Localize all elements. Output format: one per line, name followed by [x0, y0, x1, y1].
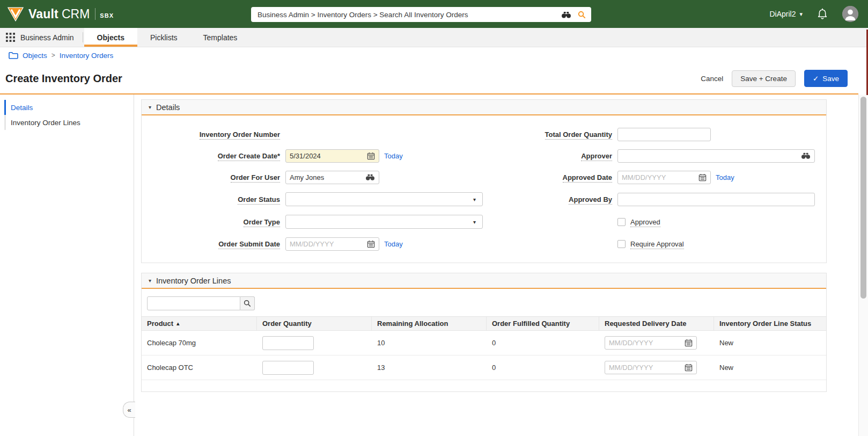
- cell-line-status: New: [714, 339, 826, 347]
- section-collapse-icon: ▾: [149, 278, 151, 284]
- order-status-label: Order Status: [147, 195, 280, 204]
- user-menu[interactable]: DiApril2 ▾: [769, 10, 803, 18]
- table-header-row: Product▴ Order Quantity Remaining Alloca…: [142, 316, 826, 331]
- cell-order-fulfilled-quantity: 0: [487, 364, 599, 372]
- calendar-icon[interactable]: [685, 364, 693, 372]
- lines-section-header[interactable]: ▾ Inventory Order Lines: [142, 273, 826, 289]
- requested-delivery-date-input[interactable]: [609, 364, 681, 372]
- order-submit-date-input[interactable]: [290, 240, 364, 248]
- column-remaining-allocation[interactable]: Remaining Allocation: [372, 317, 487, 330]
- cell-order-fulfilled-quantity: 0: [487, 339, 599, 347]
- section-collapse-icon: ▾: [149, 104, 151, 110]
- vertical-scrollbar[interactable]: [858, 95, 868, 436]
- advanced-search-binoculars-icon[interactable]: [561, 11, 571, 18]
- chevron-down-icon: ▾: [473, 219, 476, 225]
- sort-asc-icon: ▴: [176, 321, 179, 326]
- sidebar-item-details[interactable]: Details: [4, 100, 134, 115]
- requested-delivery-date-input[interactable]: [609, 339, 681, 347]
- global-search-text: Business Admin > Inventory Orders > Sear…: [258, 11, 561, 19]
- folder-icon: [9, 52, 18, 59]
- table-row: Cholecap 70mg 10 0: [142, 331, 826, 355]
- scrollbar-thumb[interactable]: [860, 97, 866, 299]
- total-order-quantity-input[interactable]: [622, 130, 707, 139]
- brand-divider: [95, 8, 95, 20]
- vault-crm-logo[interactable]: Vault CRM SBX: [8, 7, 114, 21]
- page-title: Create Inventory Order: [5, 72, 122, 85]
- approved-by-field: [617, 193, 815, 206]
- notifications-bell-icon[interactable]: [816, 8, 828, 20]
- order-type-select[interactable]: ▾: [285, 215, 483, 229]
- cancel-button[interactable]: Cancel: [701, 75, 723, 83]
- save-create-button[interactable]: Save + Create: [732, 70, 796, 87]
- tab-templates[interactable]: Templates: [190, 28, 251, 47]
- approved-checkbox-label: Approved: [630, 218, 660, 226]
- details-panel: ▾ Details Inventory Order Number Total O…: [141, 99, 827, 263]
- column-requested-delivery-date[interactable]: Requested Delivery Date: [599, 317, 714, 330]
- vault-v-icon: [8, 7, 24, 21]
- requested-delivery-date-field: [605, 336, 697, 350]
- order-submit-date-label: Order Submit Date: [147, 240, 280, 248]
- approved-date-today-link[interactable]: Today: [716, 173, 734, 181]
- order-for-user-input[interactable]: [290, 173, 362, 181]
- calendar-icon[interactable]: [367, 152, 375, 160]
- order-type-label: Order Type: [147, 218, 280, 226]
- avatar[interactable]: [842, 6, 858, 22]
- column-line-status[interactable]: Inventory Order Line Status: [714, 317, 826, 330]
- order-create-date-input[interactable]: [290, 152, 364, 160]
- table-row: Cholecap OTC 13 0: [142, 355, 826, 380]
- require-approval-checkbox[interactable]: [617, 240, 626, 248]
- search-icon: [244, 300, 251, 307]
- calendar-icon[interactable]: [698, 173, 707, 181]
- title-bar: Create Inventory Order Cancel Save + Cre…: [0, 63, 858, 93]
- breadcrumb-objects[interactable]: Objects: [23, 52, 47, 60]
- details-section-header[interactable]: ▾ Details: [142, 100, 826, 115]
- binoculars-icon[interactable]: [365, 174, 375, 180]
- order-status-select[interactable]: ▾: [285, 192, 483, 206]
- cell-remaining-allocation: 10: [372, 339, 487, 347]
- order-submit-date-field: [285, 237, 379, 251]
- save-button[interactable]: ✓ Save: [804, 70, 848, 87]
- brand-crm: CRM: [62, 7, 90, 21]
- lines-search-button[interactable]: [240, 296, 255, 310]
- column-order-fulfilled-quantity[interactable]: Order Fulfilled Quantity: [487, 317, 599, 330]
- approved-date-input[interactable]: [622, 173, 695, 181]
- column-product[interactable]: Product▴: [142, 317, 257, 330]
- cell-product: Cholecap 70mg: [142, 339, 257, 347]
- approved-by-input[interactable]: [622, 195, 811, 204]
- order-create-date-today-link[interactable]: Today: [384, 152, 403, 160]
- global-search-input[interactable]: Business Admin > Inventory Orders > Sear…: [251, 7, 591, 22]
- approver-field: [617, 149, 815, 163]
- save-button-label: Save: [822, 75, 839, 83]
- column-order-quantity[interactable]: Order Quantity: [257, 317, 372, 330]
- approved-date-label: Approved Date: [487, 173, 612, 181]
- main-content: ▾ Details Inventory Order Number Total O…: [135, 95, 858, 436]
- order-quantity-input[interactable]: [262, 361, 314, 375]
- tab-picklists[interactable]: Picklists: [137, 28, 190, 47]
- top-header: Vault CRM SBX Business Admin > Inventory…: [0, 0, 868, 28]
- order-submit-date-today-link[interactable]: Today: [384, 240, 403, 248]
- lines-search-input[interactable]: [147, 296, 240, 310]
- calendar-icon[interactable]: [685, 339, 693, 347]
- sidebar-collapse-button[interactable]: «: [123, 402, 135, 418]
- section-nav-sidebar: Details Inventory Order Lines: [0, 95, 134, 436]
- approver-input[interactable]: [622, 152, 798, 160]
- order-create-date-label: Order Create Date*: [147, 152, 280, 160]
- user-menu-label: DiApril2: [769, 10, 796, 18]
- brand-vault: Vault: [28, 7, 58, 21]
- tab-bar: Business Admin Objects Picklists Templat…: [0, 28, 868, 47]
- requested-delivery-date-field: [605, 361, 697, 374]
- environment-badge: SBX: [100, 12, 114, 19]
- tab-objects[interactable]: Objects: [84, 28, 137, 47]
- breadcrumb-inventory-orders[interactable]: Inventory Orders: [60, 52, 114, 60]
- binoculars-icon[interactable]: [801, 152, 811, 159]
- order-quantity-input[interactable]: [262, 336, 314, 350]
- app-launcher[interactable]: Business Admin: [0, 28, 82, 47]
- chevron-down-icon: ▾: [473, 197, 476, 202]
- search-icon[interactable]: [578, 11, 586, 19]
- calendar-icon[interactable]: [367, 240, 375, 248]
- total-order-quantity-field: [617, 128, 711, 141]
- approved-date-field: [617, 171, 711, 184]
- sidebar-item-inventory-order-lines[interactable]: Inventory Order Lines: [4, 115, 134, 130]
- inventory-order-lines-table: Product▴ Order Quantity Remaining Alloca…: [142, 316, 826, 380]
- approved-checkbox[interactable]: [617, 218, 626, 226]
